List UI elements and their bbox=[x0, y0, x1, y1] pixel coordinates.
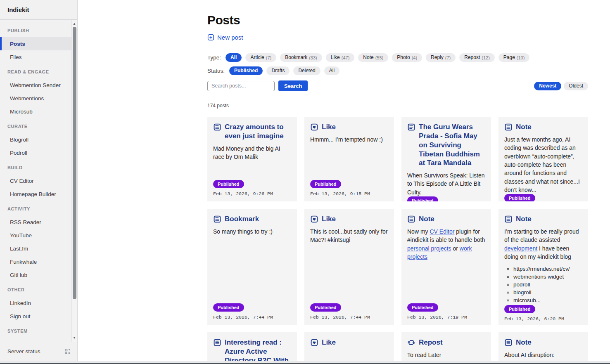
sidebar-item-rss-reader[interactable]: RSS Reader bbox=[0, 215, 72, 229]
status-pill-all[interactable]: All bbox=[324, 66, 339, 75]
type-pill-photo[interactable]: Photo(4) bbox=[392, 53, 422, 62]
article-icon bbox=[213, 215, 221, 224]
sidebar-item-youtube[interactable]: YouTube bbox=[0, 229, 72, 242]
post-title-text: Repost bbox=[419, 338, 443, 347]
post-title[interactable]: Repost bbox=[407, 338, 485, 347]
status-badge: Published bbox=[310, 303, 341, 312]
status-pill-published[interactable]: Published bbox=[229, 66, 263, 75]
sort-pill-newest[interactable]: Newest bbox=[534, 82, 561, 90]
list-item: webmentions widget bbox=[513, 274, 582, 280]
post-title-text: Like bbox=[322, 338, 336, 347]
type-pill-reply[interactable]: Reply(7) bbox=[426, 53, 456, 62]
post-title[interactable]: Note bbox=[504, 123, 582, 132]
post-title-text: Note bbox=[419, 215, 434, 224]
post-title[interactable]: Like bbox=[310, 123, 388, 132]
post-card-footer: PublishedFeb 13, 2026, 9:26 PM bbox=[213, 180, 291, 196]
sidebar-item-microsub[interactable]: Microsub bbox=[0, 105, 72, 118]
post-body: Now my CV Editor plugin for #indiekit is… bbox=[407, 227, 485, 261]
nav-section-build: BUILD bbox=[0, 161, 72, 174]
post-card-footer: PublishedFeb 13, 2026, 9:15 PM bbox=[310, 180, 388, 196]
new-post-button[interactable]: New post bbox=[207, 34, 243, 41]
post-body: I’m starting to be really proud of the c… bbox=[504, 227, 582, 261]
type-pill-repost[interactable]: Repost(12) bbox=[459, 53, 495, 62]
window-bottom-edge bbox=[0, 361, 610, 364]
like-icon bbox=[310, 123, 318, 132]
post-title[interactable]: Like bbox=[310, 338, 388, 347]
sidebar-item-last-fm[interactable]: Last.fm bbox=[0, 242, 72, 255]
search-input[interactable] bbox=[207, 81, 275, 91]
post-card: NoteAbout AI disruption: bbox=[498, 332, 588, 361]
post-title-text: Like bbox=[322, 123, 336, 132]
post-body: About AI disruption: bbox=[504, 351, 582, 359]
post-card: BookmarkSo many things to try :)Publishe… bbox=[207, 209, 297, 325]
status-badge: Published bbox=[407, 196, 438, 201]
status-pill-drafts[interactable]: Drafts bbox=[266, 66, 290, 75]
post-title[interactable]: Note bbox=[407, 215, 485, 224]
post-title[interactable]: Crazy amounts to even just imagine bbox=[213, 123, 291, 141]
sidebar-item-cv-editor[interactable]: CV Editor bbox=[0, 174, 72, 187]
server-status[interactable]: Server status bbox=[0, 342, 77, 361]
type-pill-like[interactable]: Like(47) bbox=[326, 53, 355, 62]
nav-section-read-engage: READ & ENGAGE bbox=[0, 65, 72, 78]
type-pill-note[interactable]: Note(55) bbox=[358, 53, 388, 62]
post-title[interactable]: Like bbox=[310, 215, 388, 224]
sort-toggle: NewestOldest bbox=[534, 82, 588, 90]
sidebar-item-linkedin[interactable]: LinkedIn bbox=[0, 296, 72, 310]
type-filter-label: Type: bbox=[207, 54, 221, 61]
post-title[interactable]: Interesting read : Azure Active Director… bbox=[213, 338, 291, 361]
type-pill-page[interactable]: Page(10) bbox=[498, 53, 530, 62]
sidebar: Indiekit PUBLISHPostsFilesREAD & ENGAGEW… bbox=[0, 0, 78, 361]
note-icon bbox=[504, 215, 513, 224]
nav-section-curate: CURATE bbox=[0, 120, 72, 133]
post-card: RepostTo read Later bbox=[401, 332, 491, 361]
scroll-down-icon[interactable]: ▼ bbox=[72, 335, 77, 341]
repost-icon bbox=[407, 338, 415, 347]
sidebar-item-funkwhale[interactable]: Funkwhale bbox=[0, 255, 72, 268]
post-body-link[interactable]: development bbox=[504, 245, 537, 252]
post-date: Feb 13, 2026, 7:44 PM bbox=[310, 314, 388, 320]
post-body-link[interactable]: personal projects bbox=[407, 245, 451, 252]
post-body: Hmmm... I’m tempted now :) bbox=[310, 135, 388, 144]
sidebar-item-files[interactable]: Files bbox=[0, 50, 72, 64]
sort-pill-oldest[interactable]: Oldest bbox=[564, 82, 588, 90]
server-status-icon bbox=[65, 349, 71, 355]
nav-section-system: SYSTEM bbox=[0, 324, 72, 338]
scroll-up-icon[interactable]: ▲ bbox=[72, 21, 77, 27]
new-post-label: New post bbox=[217, 34, 243, 41]
status-badge: Published bbox=[310, 180, 341, 188]
post-title-text: Note bbox=[516, 123, 532, 132]
type-pill-article[interactable]: Article(7) bbox=[245, 53, 276, 62]
post-card: Like bbox=[304, 332, 394, 361]
post-date: Feb 13, 2026, 7:19 PM bbox=[407, 314, 485, 320]
sidebar-item-posts[interactable]: Posts bbox=[0, 37, 72, 50]
post-title[interactable]: Bookmark bbox=[213, 215, 291, 224]
sidebar-scrollbar[interactable]: ▲ ▼ bbox=[71, 20, 77, 342]
list-item: microsub... bbox=[513, 297, 582, 303]
list-item: https://rmendes.net/cv/ bbox=[513, 266, 582, 272]
sidebar-item-podroll[interactable]: Podroll bbox=[0, 146, 72, 159]
post-body: Just a few months ago, AI coding was des… bbox=[504, 135, 582, 194]
sidebar-item-homepage-builder[interactable]: Homepage Builder bbox=[0, 187, 72, 201]
scrollbar-thumb[interactable] bbox=[73, 27, 76, 299]
post-title-text: Note bbox=[516, 338, 532, 347]
type-pill-bookmark[interactable]: Bookmark(33) bbox=[280, 53, 322, 62]
sidebar-item-github[interactable]: GitHub bbox=[0, 268, 72, 281]
nav-section-publish: PUBLISH bbox=[0, 24, 72, 37]
sidebar-item-blogroll[interactable]: Blogroll bbox=[0, 133, 72, 146]
post-body: This is cool...but sadly only for Mac?! … bbox=[310, 227, 388, 244]
post-body-link[interactable]: CV Editor bbox=[430, 228, 454, 235]
post-card: Crazy amounts to even just imagineMad Mo… bbox=[207, 117, 297, 201]
status-filter-label: Status: bbox=[207, 68, 225, 74]
post-title[interactable]: The Guru Wears Prada - Sofia May on Surv… bbox=[407, 123, 485, 168]
search-button[interactable]: Search bbox=[278, 80, 308, 91]
type-pill-all[interactable]: All bbox=[225, 53, 242, 62]
sidebar-item-webmention-sender[interactable]: Webmention Sender bbox=[0, 78, 72, 92]
post-title[interactable]: Note bbox=[504, 215, 582, 224]
sidebar-item-sign-out[interactable]: Sign out bbox=[0, 310, 72, 323]
sidebar-item-webmentions[interactable]: Webmentions bbox=[0, 92, 72, 105]
post-title-text: The Guru Wears Prada - Sofia May on Surv… bbox=[419, 123, 485, 168]
note-icon bbox=[504, 123, 513, 132]
post-title[interactable]: Note bbox=[504, 338, 582, 347]
status-pill-deleted[interactable]: Deleted bbox=[293, 66, 320, 75]
nav-section-activity: ACTIVITY bbox=[0, 202, 72, 215]
